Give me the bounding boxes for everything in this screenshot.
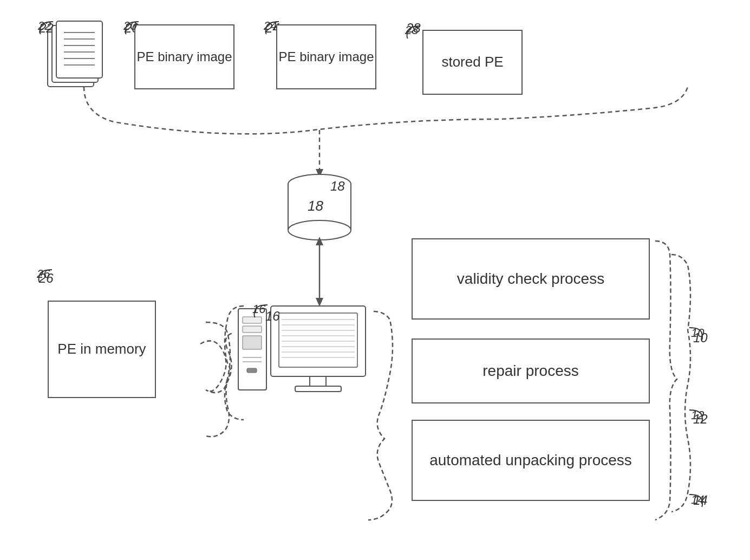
diagram: 22 20 24 28 18 16 26 10 12 14 PE binary … xyxy=(0,0,750,560)
svg-text:26: 26 xyxy=(37,267,50,281)
svg-text:12: 12 xyxy=(691,408,704,422)
automated-unpacking-box: automated unpacking process xyxy=(412,420,650,501)
right-brace xyxy=(647,236,690,528)
svg-text:10: 10 xyxy=(691,326,705,340)
num28-bracket: 28 xyxy=(405,23,424,42)
svg-rect-2 xyxy=(56,21,102,78)
num22-bracket: 22 xyxy=(38,19,57,38)
label-18-text: 18 xyxy=(308,198,323,214)
svg-rect-30 xyxy=(295,386,341,392)
svg-text:24: 24 xyxy=(264,19,277,32)
label-18: 18 xyxy=(330,179,345,194)
svg-text:28: 28 xyxy=(405,23,419,37)
num24-bracket: 24 xyxy=(264,19,283,38)
svg-text:16: 16 xyxy=(252,302,266,316)
svg-rect-20 xyxy=(279,313,357,367)
left-process-bracket xyxy=(154,301,252,425)
pe-in-memory-box: PE in memory xyxy=(48,301,156,398)
svg-text:14: 14 xyxy=(691,493,704,506)
svg-text:20: 20 xyxy=(123,19,137,32)
validity-check-box: validity check process xyxy=(412,238,650,320)
svg-text:22: 22 xyxy=(38,19,51,32)
pe-binary-image-1-box: PE binary image xyxy=(134,24,234,89)
repair-process-box: repair process xyxy=(412,338,650,403)
num26-bracket: 26 xyxy=(37,267,56,286)
num20-bracket: 20 xyxy=(123,19,142,38)
num16-bracket: 16 xyxy=(252,302,271,321)
stored-pe-box: stored PE xyxy=(422,30,523,95)
svg-marker-18 xyxy=(316,298,323,307)
pe-binary-image-2-box: PE binary image xyxy=(276,24,376,89)
